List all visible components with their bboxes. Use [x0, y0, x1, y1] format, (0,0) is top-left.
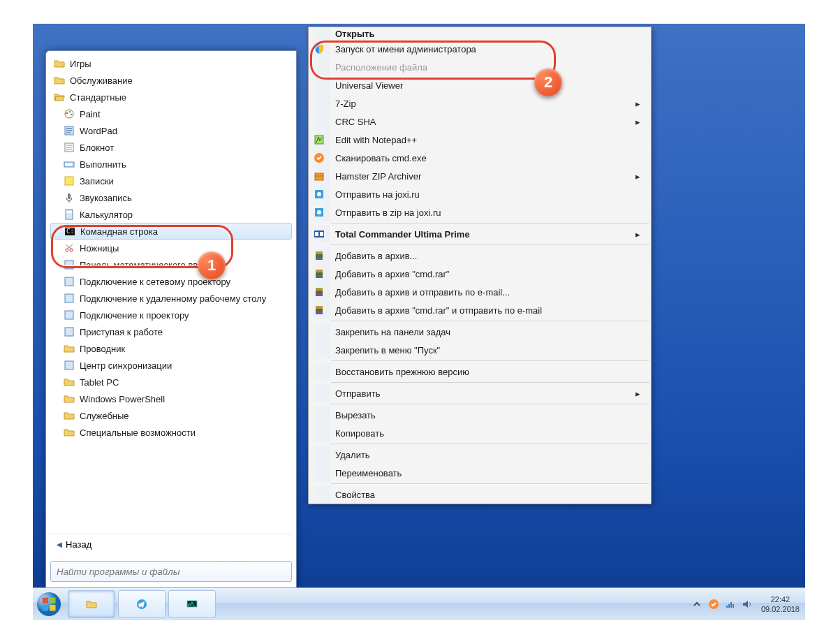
program-item-22[interactable]: Специальные возможности — [50, 424, 292, 441]
svg-rect-34 — [316, 254, 323, 257]
svg-rect-43 — [316, 309, 323, 312]
taskbar-button-monitor[interactable] — [168, 590, 216, 618]
svg-rect-7 — [65, 163, 72, 166]
svg-rect-33 — [316, 251, 323, 254]
start-menu-programs-panel: ИгрыОбслуживаниеСтандартныеPaintWordPadБ… — [45, 50, 297, 588]
context-item-18[interactable]: Закрепить на панели задач — [309, 323, 651, 341]
svg-rect-17 — [65, 277, 73, 286]
program-item-label: Центр синхронизации — [80, 360, 172, 371]
explorer-icon — [63, 342, 75, 355]
context-item-14[interactable]: Добавить в архив "cmd.rar" — [309, 265, 651, 283]
program-item-19[interactable]: Tablet PC — [50, 374, 292, 390]
program-item-2[interactable]: Стандартные — [50, 89, 292, 105]
context-item-13[interactable]: Добавить в архив... — [309, 247, 651, 265]
program-item-15[interactable]: Подключение к проектору — [50, 307, 292, 323]
context-item-3[interactable]: 7-Zip — [309, 94, 651, 112]
context-item-25[interactable]: Вырезать — [309, 406, 651, 424]
context-item-15[interactable]: Добавить в архив и отправить по e-mail..… — [309, 283, 651, 301]
program-item-14[interactable]: Подключение к удаленному рабочему столу — [50, 290, 292, 307]
context-item-19[interactable]: Закрепить в меню "Пуск" — [309, 341, 651, 359]
program-item-21[interactable]: Служебные — [50, 407, 292, 424]
svg-rect-24 — [315, 173, 323, 180]
submenu-arrow-icon — [635, 388, 651, 399]
context-item-label: 7-Zip — [330, 98, 635, 109]
context-item-6[interactable]: Сканировать cmd.exe — [309, 149, 651, 167]
program-item-label: Блокнот — [80, 142, 114, 153]
program-item-20[interactable]: Windows PowerShell — [50, 390, 292, 407]
rar-icon — [309, 301, 330, 319]
context-item-0[interactable]: Запуск от имени администратора — [309, 40, 651, 58]
svg-point-44 — [37, 592, 61, 616]
program-item-11[interactable]: Ножницы — [50, 240, 292, 256]
folder-open-icon — [53, 91, 66, 103]
context-item-1[interactable]: Расположение файла — [309, 58, 651, 76]
tray-avast-icon[interactable] — [707, 598, 720, 610]
program-item-13[interactable]: Подключение к сетевому проектору — [50, 273, 292, 290]
context-item-26[interactable]: Копировать — [309, 424, 651, 442]
program-item-1[interactable]: Обслуживание — [50, 72, 292, 89]
snip-icon — [63, 242, 75, 254]
program-item-17[interactable]: Проводник — [50, 340, 292, 357]
svg-point-2 — [69, 111, 71, 113]
monitor-icon — [183, 595, 201, 613]
program-item-label: Командная строка — [80, 226, 158, 237]
context-item-2[interactable]: Universal Viewer — [309, 76, 651, 94]
blank-icon — [309, 58, 330, 76]
context-item-label: Закрепить в меню "Пуск" — [330, 345, 651, 356]
svg-rect-39 — [316, 288, 323, 291]
context-item-28[interactable]: Удалить — [309, 446, 651, 464]
start-search-container — [50, 561, 292, 582]
clock-date: 09.02.2018 — [761, 604, 800, 614]
program-item-3[interactable]: Paint — [50, 105, 292, 122]
netproj-icon — [63, 275, 75, 288]
submenu-arrow-icon — [635, 229, 651, 240]
tray-chevron-icon[interactable] — [691, 598, 703, 610]
blank-icon — [309, 446, 330, 464]
taskbar-button-explorer[interactable] — [68, 590, 115, 618]
taskbar-button-telegram[interactable] — [118, 590, 166, 618]
start-back-button[interactable]: ◄ Назад — [50, 534, 292, 554]
context-item-9[interactable]: Отправить в zip на joxi.ru — [309, 203, 651, 221]
program-item-5[interactable]: Блокнот — [50, 139, 292, 156]
program-item-7[interactable]: Записки — [50, 173, 292, 189]
context-item-8[interactable]: Отправить на joxi.ru — [309, 185, 651, 203]
program-item-9[interactable]: Калькулятор — [50, 206, 292, 223]
paint-icon — [63, 108, 75, 120]
svg-rect-8 — [65, 177, 73, 185]
program-item-16[interactable]: Приступая к работе — [50, 323, 292, 340]
program-item-10[interactable]: C:Командная строка — [50, 223, 292, 240]
tray-vol-icon[interactable] — [741, 598, 754, 610]
blank-icon — [309, 424, 330, 442]
program-item-6[interactable]: Выполнить — [50, 156, 292, 173]
program-item-0[interactable]: Игры — [50, 55, 292, 72]
tray-net-icon[interactable] — [724, 598, 737, 610]
context-item-4[interactable]: CRC SHA — [309, 112, 651, 131]
hamster-icon — [309, 167, 330, 185]
context-item-23[interactable]: Отправить — [309, 384, 651, 402]
context-item-16[interactable]: Добавить в архив "cmd.rar" и отправить п… — [309, 301, 651, 319]
context-item-21[interactable]: Восстановить прежнюю версию — [309, 363, 651, 381]
svg-rect-19 — [65, 311, 73, 319]
context-item-open[interactable]: Открыть — [309, 27, 651, 40]
program-item-label: Звукозапись — [80, 193, 132, 203]
context-item-11[interactable]: Total Commander Ultima Prime — [309, 225, 651, 243]
program-item-12[interactable]: Панель математического ввода — [50, 256, 292, 273]
context-item-label: Добавить в архив "cmd.rar" и отправить п… — [330, 305, 651, 316]
program-item-18[interactable]: Центр синхронизации — [50, 357, 292, 374]
taskbar: 22:42 09.02.2018 — [33, 587, 805, 620]
context-item-5[interactable]: Edit with Notepad++ — [309, 131, 651, 149]
context-separator — [331, 382, 649, 383]
program-item-8[interactable]: Звукозапись — [50, 189, 292, 206]
blank-icon — [309, 112, 330, 131]
wordpad-icon — [63, 124, 75, 137]
blank-icon — [309, 406, 330, 424]
context-item-29[interactable]: Переименовать — [309, 464, 651, 482]
program-item-4[interactable]: WordPad — [50, 122, 292, 139]
program-item-label: Выполнить — [80, 159, 126, 170]
context-item-31[interactable]: Свойства — [309, 485, 651, 504]
program-item-label: Специальные возможности — [80, 427, 196, 438]
context-item-7[interactable]: Hamster ZIP Archiver — [309, 167, 651, 185]
start-button[interactable] — [33, 588, 65, 620]
start-search-input[interactable] — [50, 561, 292, 582]
taskbar-clock[interactable]: 22:42 09.02.2018 — [761, 594, 800, 614]
